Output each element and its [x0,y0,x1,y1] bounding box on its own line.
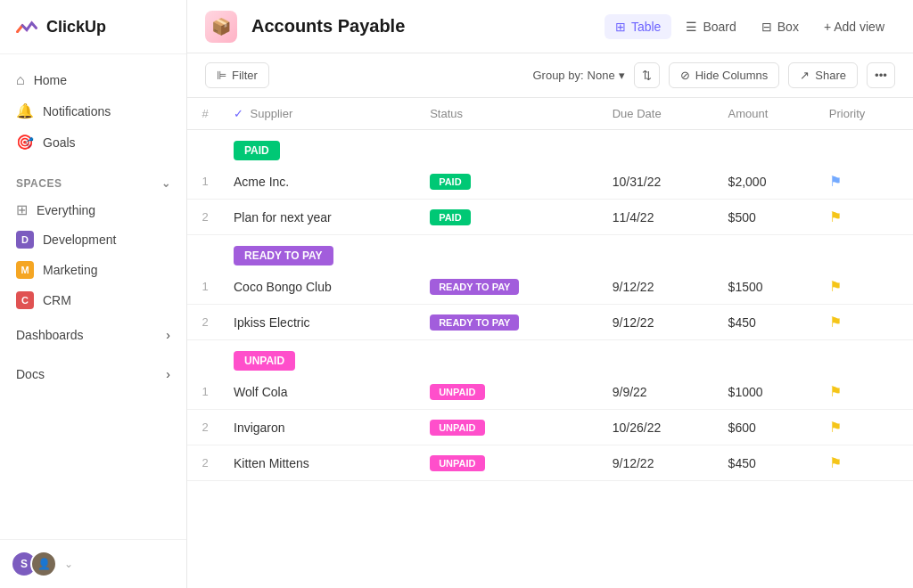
table-row[interactable]: 1 Coco Bongo Club READY TO PAY 9/12/22 $… [187,269,913,305]
col-supplier[interactable]: ✓ Supplier [223,98,419,130]
row-supplier: Invigaron [223,410,419,445]
table-row[interactable]: 2 Ipkiss Electric READY TO PAY 9/12/22 $… [187,305,913,340]
status-badge: READY TO PAY [430,279,519,295]
spaces-label: Spaces [16,177,62,190]
row-number: 2 [187,445,223,481]
group-label-cell: PAID [223,130,913,165]
group-spacer [187,235,223,270]
group-badge-unpaid: UNPAID [234,351,295,371]
tab-board-label: Board [703,20,736,34]
group-spacer [187,130,223,165]
row-status: UNPAID [419,410,602,445]
accounts-payable-table: # ✓ Supplier Status Due Date Amount Prio… [187,98,913,481]
col-status[interactable]: Status [419,98,602,130]
row-due-date: 11/4/22 [602,200,718,235]
filter-button[interactable]: ⊫ Filter [205,62,269,88]
sidebar-item-everything-label: Everything [37,203,95,217]
priority-flag-icon: ⚑ [829,455,842,470]
logo-text: ClickUp [46,18,106,37]
row-number: 2 [187,305,223,340]
col-due-date[interactable]: Due Date [602,98,718,130]
row-priority: ⚑ [818,200,913,235]
row-status: PAID [419,200,602,235]
dashboards-link[interactable]: Dashboards › [7,319,179,351]
sort-button[interactable]: ⇅ [634,62,660,88]
more-options-button[interactable]: ••• [867,62,895,88]
row-number: 1 [187,374,223,410]
table-row[interactable]: 2 Plan for next year PAID 11/4/22 $500 ⚑ [187,200,913,235]
filter-label: Filter [232,69,258,82]
groupby-selector[interactable]: Group by: None ▾ [532,69,624,82]
sidebar-item-home[interactable]: ⌂ Home [7,65,179,95]
group-label-cell: READY TO PAY [223,235,913,270]
sidebar-item-marketing[interactable]: M Marketing [7,255,179,285]
sidebar-nav: ⌂ Home 🔔 Notifications 🎯 Goals [0,54,186,168]
row-priority: ⚑ [818,269,913,305]
row-supplier: Ipkiss Electric [223,305,419,340]
sidebar-item-development[interactable]: D Development [7,225,179,255]
groupby-chevron-icon: ▾ [619,69,625,82]
row-priority: ⚑ [818,374,913,410]
sidebar-item-goals[interactable]: 🎯 Goals [7,127,179,158]
priority-flag-icon: ⚑ [829,209,842,225]
bell-icon: 🔔 [16,102,34,119]
tab-table[interactable]: ⊞ Table [605,14,671,39]
row-supplier: Coco Bongo Club [223,269,419,305]
row-amount: $1500 [718,269,818,305]
add-view-button[interactable]: + Add view [813,14,895,39]
table-row[interactable]: 2 Invigaron UNPAID 10/26/22 $600 ⚑ [187,410,913,445]
table-row[interactable]: 2 Kitten Mittens UNPAID 9/12/22 $450 ⚑ [187,445,913,481]
row-status: UNPAID [419,374,602,410]
hide-columns-label: Hide Columns [695,69,769,82]
docs-link[interactable]: Docs › [7,358,179,390]
logo-area: ClickUp [0,0,186,54]
grid-icon: ⊞ [16,201,28,218]
marketing-avatar: M [16,261,34,279]
row-priority: ⚑ [818,410,913,445]
col-amount[interactable]: Amount [718,98,818,130]
row-supplier: Plan for next year [223,200,419,235]
page-title: Accounts Payable [251,16,405,37]
row-amount: $2,000 [718,164,818,200]
group-label-cell: UNPAID [223,340,913,375]
table-header-row: # ✓ Supplier Status Due Date Amount Prio… [187,98,913,130]
row-amount: $450 [718,445,818,481]
row-number: 1 [187,164,223,200]
tab-board[interactable]: ☰ Board [675,14,746,39]
row-status: UNPAID [419,445,602,481]
col-priority[interactable]: Priority [818,98,913,130]
table-icon: ⊞ [615,20,626,34]
table-row[interactable]: 1 Wolf Cola UNPAID 9/9/22 $1000 ⚑ [187,374,913,410]
board-icon: ☰ [686,20,697,34]
home-icon: ⌂ [16,72,25,88]
sidebar-bottom: S 👤 ⌄ [0,539,186,588]
spaces-collapse-icon[interactable]: ⌄ [161,177,171,190]
share-button[interactable]: ↗ Share [788,62,858,88]
dashboards-chevron-icon: › [166,328,170,342]
sidebar-item-crm[interactable]: C CRM [7,285,179,315]
share-icon: ↗ [800,69,810,82]
row-supplier: Wolf Cola [223,374,419,410]
row-status: READY TO PAY [419,305,602,340]
row-due-date: 10/26/22 [602,410,718,445]
sidebar-item-notifications-label: Notifications [43,104,111,118]
tab-box[interactable]: ⊟ Box [751,14,810,39]
user-menu-chevron-icon[interactable]: ⌄ [64,558,73,570]
table-row[interactable]: 1 Acme Inc. PAID 10/31/22 $2,000 ⚑ [187,164,913,200]
hide-columns-button[interactable]: ⊘ Hide Columns [669,62,780,88]
row-status: READY TO PAY [419,269,602,305]
row-amount: $450 [718,305,818,340]
row-status: PAID [419,164,602,200]
toolbar: ⊫ Filter Group by: None ▾ ⇅ ⊘ Hide Colum… [187,53,913,98]
sidebar-item-everything[interactable]: ⊞ Everything [7,195,179,225]
priority-flag-icon: ⚑ [829,174,842,189]
status-badge: UNPAID [430,455,484,471]
docs-label: Docs [16,367,45,381]
sidebar-item-notifications[interactable]: 🔔 Notifications [7,95,179,127]
row-due-date: 10/31/22 [602,164,718,200]
view-tabs: ⊞ Table ☰ Board ⊟ Box + Add view [605,14,895,39]
table-wrapper: # ✓ Supplier Status Due Date Amount Prio… [187,98,913,588]
clickup-logo-icon [14,14,39,39]
sidebar-item-goals-label: Goals [43,135,76,150]
row-supplier: Acme Inc. [223,164,419,200]
